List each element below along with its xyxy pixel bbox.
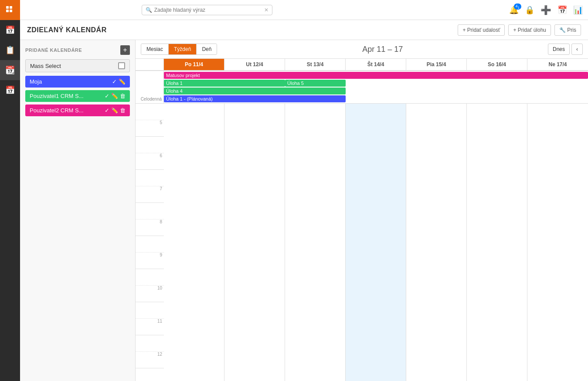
tab-den[interactable]: Deň xyxy=(197,44,217,54)
calendar-area: Mesiac Týždeň Deň Apr 11 – 17 Dnes ‹ Po … xyxy=(136,40,588,381)
calendar-pouzivatel1-delete-icon[interactable]: 🗑 xyxy=(120,93,126,99)
top-bar: 🔍 ✕ 🔔 41 🔒 ➕ 📅 📊 xyxy=(20,0,588,20)
grid-header: Po 11/4 Ut 12/4 St 13/4 Št 14/4 Pia 15/4… xyxy=(136,59,588,71)
time-grid: 5 6 7 8 9 10 11 12 xyxy=(136,104,588,381)
day-col-thu[interactable]: 📞 6:30 - 14:30 Prezentácia CRM Software … xyxy=(346,104,406,381)
calendar-moja-check-icon[interactable]: ✓ xyxy=(112,78,117,85)
calendar-item-pouzivatel2: Pouzivatel2 CRM S... ✓ ✏️ 🗑 xyxy=(25,105,130,116)
calendar-nav-buttons: Dnes ‹ xyxy=(548,44,583,55)
calendar-icon[interactable]: 📅 xyxy=(557,5,567,15)
calendar-pouzivatel2-check-icon[interactable]: ✓ xyxy=(105,107,109,114)
calendar-pouzivatel2-icons: ✓ ✏️ 🗑 xyxy=(105,107,126,114)
add-calendar-button[interactable]: + xyxy=(120,45,130,55)
calendar-pouzivatel2-label: Pouzivatel2 CRM S... xyxy=(30,107,84,114)
allday-label: Celodenná xyxy=(136,71,164,103)
today-button[interactable]: Dnes xyxy=(548,44,570,55)
grid-header-tue[interactable]: Ut 12/4 xyxy=(224,59,285,70)
top-bar-right: 🔔 41 🔒 ➕ 📅 📊 xyxy=(509,5,583,15)
allday-row: Celodenná Matusov projekt Úloha 1 xyxy=(136,71,588,104)
sidebar-header: PRIDANÉ KALENDÁRE + xyxy=(25,45,130,55)
tab-mesiac[interactable]: Mesiac xyxy=(141,44,169,54)
time-column: 5 6 7 8 9 10 11 12 xyxy=(136,104,164,381)
nav-icon-calendar[interactable]: 📅 xyxy=(0,20,20,40)
day-col-fri[interactable]: 📞 8 - 13 Online školenie zákazníka - CRM… xyxy=(406,104,467,381)
left-nav: 📅 📋 📆 📅 xyxy=(0,0,20,381)
calendar-pouzivatel2-edit-icon[interactable]: ✏️ xyxy=(111,107,118,114)
calendar-pouzivatel1-label: Pouzivatel1 CRM S... xyxy=(30,93,84,99)
calendar-pouzivatel1-icons: ✓ ✏️ 🗑 xyxy=(105,93,126,99)
calendar-pouzivatel1-check-icon[interactable]: ✓ xyxy=(105,93,109,99)
mass-select-label: Mass Select xyxy=(30,63,61,69)
page-header: ZDIEĽANÝ KALENDÁR + Pridať udalosť + Pri… xyxy=(20,20,588,40)
grid-header-wed[interactable]: St 13/4 xyxy=(285,59,346,70)
add-event-button[interactable]: + Pridať udalosť xyxy=(458,24,505,36)
allday-event-uloha4[interactable]: Úloha 4 xyxy=(164,88,346,94)
view-tabs: Mesiac Týždeň Deň xyxy=(141,44,217,55)
sidebar: PRIDANÉ KALENDÁRE + Mass Select Moja ✓ ✏… xyxy=(20,40,136,381)
calendar-moja-label: Moja xyxy=(30,78,42,85)
search-icon: 🔍 xyxy=(146,7,152,13)
calendar-pouzivatel2-delete-icon[interactable]: 🗑 xyxy=(120,107,126,114)
allday-event-uloha1p[interactable]: Úloha 1 - (Plánovaná) xyxy=(164,95,346,102)
add-task-button[interactable]: + Pridať úlohu xyxy=(508,24,551,36)
page-title: ZDIEĽANÝ KALENDÁR xyxy=(27,26,107,34)
calendar-moja-icons: ✓ ✏️ xyxy=(112,78,126,85)
header-actions: + Pridať udalosť + Pridať úlohu 🔧 Pris xyxy=(458,24,581,36)
plus-icon[interactable]: ➕ xyxy=(540,5,551,15)
svg-rect-0 xyxy=(6,6,9,9)
nav-logo[interactable] xyxy=(0,0,20,20)
allday-events-container: Matusov projekt Úloha 1 Úloha 5 Úloha 4 xyxy=(164,71,588,103)
notification-badge: 41 xyxy=(514,3,521,10)
content-area: PRIDANÉ KALENDÁRE + Mass Select Moja ✓ ✏… xyxy=(20,40,588,381)
calendar-pouzivatel1-edit-icon[interactable]: ✏️ xyxy=(111,93,118,99)
search-input[interactable] xyxy=(154,7,264,13)
svg-rect-3 xyxy=(10,10,12,12)
grid-header-thu[interactable]: Št 14/4 xyxy=(346,59,406,70)
calendar-item-pouzivatel1: Pouzivatel1 CRM S... ✓ ✏️ 🗑 xyxy=(25,90,130,102)
day-col-sun[interactable] xyxy=(527,104,588,381)
mass-select-checkbox[interactable] xyxy=(118,62,125,69)
nav-icon-tasks[interactable]: 📋 xyxy=(0,40,20,60)
lock-icon[interactable]: 🔒 xyxy=(525,5,534,15)
svg-rect-2 xyxy=(6,10,9,12)
allday-event-uloha5[interactable]: Úloha 5 xyxy=(285,80,346,87)
day-col-sat[interactable]: 📞 13 - 19 Prezentácia CRM Software - (Pl… xyxy=(467,104,527,381)
grid-header-time xyxy=(136,59,164,70)
search-box[interactable]: 🔍 ✕ xyxy=(142,5,272,15)
grid-header-sun[interactable]: Ne 17/4 xyxy=(527,59,588,70)
calendar-title: Apr 11 – 17 xyxy=(217,45,548,54)
week-grid: Po 11/4 Ut 12/4 St 13/4 Št 14/4 Pia 15/4… xyxy=(136,59,588,381)
nav-icon-shared-cal[interactable]: 📆 xyxy=(0,60,20,80)
chart-icon[interactable]: 📊 xyxy=(573,5,583,15)
grid-header-mon[interactable]: Po 11/4 xyxy=(164,59,224,70)
sidebar-title: PRIDANÉ KALENDÁRE xyxy=(25,47,82,53)
calendar-toolbar: Mesiac Týždeň Deň Apr 11 – 17 Dnes ‹ xyxy=(136,40,588,59)
print-button[interactable]: 🔧 Pris xyxy=(554,24,581,36)
day-col-mon[interactable]: 📞 6 - 16 Meeting - (Uskutočnená) xyxy=(164,104,224,381)
notifications-icon[interactable]: 🔔 41 xyxy=(509,5,519,15)
mass-select-row[interactable]: Mass Select xyxy=(25,59,130,72)
clear-search-icon[interactable]: ✕ xyxy=(264,7,269,13)
svg-rect-1 xyxy=(10,6,12,9)
nav-icon-schedule[interactable]: 📅 xyxy=(0,80,20,100)
day-col-wed[interactable]: 📞 7 - 10:30 Zavolat klientovi - (Uskutoč… xyxy=(285,104,346,381)
allday-event-uloha1[interactable]: Úloha 1 xyxy=(164,80,285,87)
prev-button[interactable]: ‹ xyxy=(571,44,583,55)
calendar-item-moja: Moja ✓ ✏️ xyxy=(25,76,130,88)
day-col-tue[interactable]: 📞 5:30 - 7:30 CRM Meeting - (Uskutočnená… xyxy=(224,104,285,381)
tab-tyzden[interactable]: Týždeň xyxy=(169,44,197,54)
calendar-moja-edit-icon[interactable]: ✏️ xyxy=(119,78,126,85)
grid-header-fri[interactable]: Pia 15/4 xyxy=(406,59,467,70)
main-area: 🔍 ✕ 🔔 41 🔒 ➕ 📅 📊 ZDIEĽANÝ KALENDÁR + Pri… xyxy=(20,0,588,381)
grid-header-sat[interactable]: So 16/4 xyxy=(467,59,527,70)
allday-event-matusov[interactable]: Matusov projekt xyxy=(164,72,588,79)
